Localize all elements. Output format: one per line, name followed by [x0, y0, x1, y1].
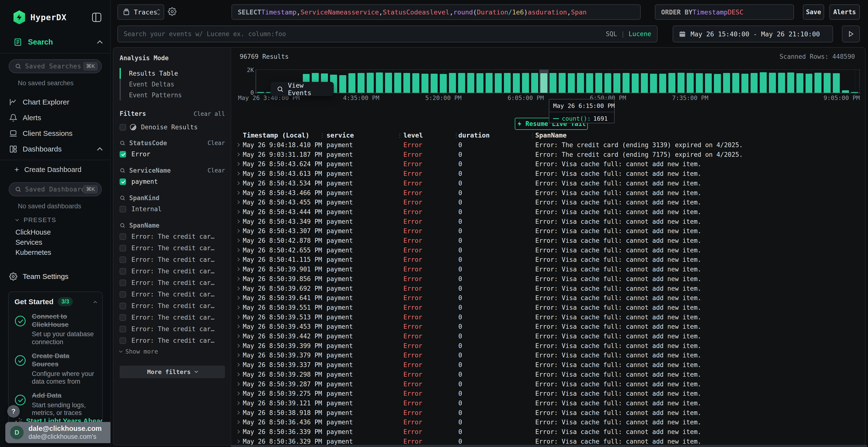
histogram-bar[interactable] [422, 74, 429, 93]
row-expand-icon[interactable] [236, 286, 240, 290]
lucene-search-input[interactable]: Search your events w/ Lucene ex. column:… [117, 26, 657, 42]
clear-filter-link[interactable]: Clear [208, 140, 225, 146]
filter-option[interactable]: Error: The credit card … [120, 290, 225, 299]
table-row[interactable]: May 26 8:50:39.298 PMpaymentError0Error:… [231, 370, 865, 379]
histogram-bar[interactable] [531, 73, 538, 93]
source-select[interactable]: Traces [117, 4, 164, 20]
sidebar-item-dashboards[interactable]: Dashboards [0, 141, 111, 157]
row-expand-icon[interactable] [236, 296, 240, 300]
histogram-bar[interactable] [458, 73, 465, 93]
checkbox-checked-icon[interactable] [120, 151, 126, 158]
filter-option[interactable]: Error: The credit card … [120, 313, 225, 321]
filter-option[interactable]: Error: The credit card … [120, 279, 225, 287]
table-row[interactable]: May 26 8:50:39.692 PMpaymentError0Error:… [231, 284, 865, 294]
row-expand-icon[interactable] [236, 239, 240, 243]
filter-option[interactable]: payment [120, 177, 225, 186]
help-button[interactable]: ? [7, 405, 20, 418]
saved-dashboards-input[interactable]: Saved Dashboards ⌘K [9, 182, 102, 196]
sidebar-item-alerts[interactable]: Alerts [0, 110, 111, 126]
histogram-bar[interactable] [412, 73, 419, 93]
table-row[interactable]: May 26 8:50:43.466 PMpaymentError0Error:… [231, 188, 865, 198]
histogram-bar[interactable] [431, 74, 438, 93]
row-expand-icon[interactable] [236, 353, 240, 357]
row-expand-icon[interactable] [236, 162, 240, 166]
table-row[interactable]: May 26 8:50:43.624 PMpaymentError0Error:… [231, 159, 865, 169]
histogram-bar[interactable] [732, 73, 739, 93]
histogram-bar[interactable] [641, 73, 648, 93]
row-expand-icon[interactable] [236, 439, 240, 443]
table-row[interactable]: May 26 8:50:39.287 PMpaymentError0Error:… [231, 379, 865, 389]
row-expand-icon[interactable] [236, 306, 240, 309]
histogram-bar[interactable] [348, 73, 355, 93]
column-header-service[interactable]: service [327, 131, 354, 140]
checkbox-icon[interactable] [120, 326, 126, 332]
date-range-picker[interactable]: May 26 15:40:00 - May 26 21:10:00 [673, 26, 833, 42]
histogram-bar[interactable] [814, 73, 822, 93]
row-expand-icon[interactable] [236, 200, 240, 204]
table-row[interactable]: May 26 8:50:39.399 PMpaymentError0Error:… [231, 341, 865, 351]
histogram-bar[interactable] [367, 73, 374, 93]
table-row[interactable]: May 26 8:50:39.275 PMpaymentError0Error:… [231, 389, 865, 398]
row-expand-icon[interactable] [236, 334, 240, 338]
row-expand-icon[interactable] [236, 315, 240, 319]
row-expand-icon[interactable] [236, 430, 240, 434]
more-filters-button[interactable]: More filters [120, 366, 225, 378]
row-expand-icon[interactable] [236, 277, 240, 281]
row-expand-icon[interactable] [236, 401, 240, 405]
table-row[interactable]: May 26 8:50:39.856 PMpaymentError0Error:… [231, 274, 865, 284]
row-expand-icon[interactable] [236, 172, 240, 176]
checkbox-icon[interactable] [120, 280, 126, 286]
chevron-up-icon[interactable] [97, 40, 103, 46]
histogram-bar[interactable] [714, 74, 721, 93]
column-header-timestamp-local-[interactable]: Timestamp (Local) [243, 131, 309, 140]
clear-filter-link[interactable]: Clear [208, 167, 225, 174]
column-header-duration[interactable]: duration [458, 131, 490, 140]
row-expand-icon[interactable] [236, 181, 240, 185]
histogram-bar[interactable] [522, 73, 529, 93]
histogram-bar[interactable] [787, 72, 794, 93]
checkbox-icon[interactable] [120, 303, 126, 309]
histogram-bar[interactable] [568, 73, 575, 93]
clear-all-link[interactable]: Clear all [194, 110, 225, 117]
horizontal-scrollbar[interactable] [231, 445, 867, 447]
table-row[interactable]: May 26 8:50:39.442 PMpaymentError0Error:… [231, 332, 865, 341]
histogram-bar[interactable] [650, 74, 657, 93]
row-expand-icon[interactable] [236, 373, 240, 376]
filter-option[interactable]: Error: The credit card … [120, 325, 225, 333]
histogram-bar[interactable] [449, 73, 456, 93]
histogram-bar[interactable] [806, 74, 812, 93]
histogram-bar[interactable] [760, 72, 767, 93]
preset-item-kubernetes[interactable]: Kubernetes [0, 247, 111, 257]
get-started-item[interactable]: Add DataStart sending logs, metrics, or … [14, 391, 96, 417]
table-row[interactable]: May 26 8:50:39.337 PMpaymentError0Error:… [231, 360, 865, 370]
preset-item-services[interactable]: Services [0, 237, 111, 247]
histogram-bar[interactable] [778, 73, 785, 93]
histogram-bar[interactable] [476, 73, 484, 93]
histogram-bar[interactable] [550, 73, 557, 93]
table-row[interactable]: May 26 8:50:39.641 PMpaymentError0Error:… [231, 293, 865, 303]
histogram-bar[interactable] [604, 73, 612, 93]
user-account-chip[interactable]: D dale@clickhouse.com dale@clickhouse.co… [5, 422, 111, 443]
histogram-bar[interactable] [540, 73, 547, 93]
mode-toggle-lucene[interactable]: Lucene [628, 30, 651, 38]
histogram-bar[interactable] [741, 74, 748, 93]
histogram-bar[interactable] [659, 74, 666, 93]
row-expand-icon[interactable] [236, 267, 240, 271]
histogram-bar[interactable] [339, 75, 346, 93]
tab-results-table[interactable]: Results Table [120, 68, 225, 79]
denoise-results-checkbox[interactable]: Denoise Results [120, 124, 225, 131]
column-resize-handle[interactable]: ⋮ [397, 132, 403, 139]
histogram-bar[interactable] [696, 73, 703, 93]
table-row[interactable]: May 26 8:50:36.339 PMpaymentError0Error:… [231, 427, 865, 437]
row-expand-icon[interactable] [236, 210, 240, 214]
create-dashboard-button[interactable]: + Create Dashboard [0, 163, 111, 176]
histogram-bar[interactable] [486, 73, 493, 93]
row-expand-icon[interactable] [236, 229, 240, 233]
row-expand-icon[interactable] [236, 258, 240, 262]
histogram-bar[interactable] [513, 73, 520, 93]
filter-option[interactable]: Error: The credit card … [120, 302, 225, 310]
chevron-up-icon[interactable] [94, 301, 97, 304]
table-row[interactable]: May 26 8:50:43.455 PMpaymentError0Error:… [231, 198, 865, 207]
run-query-button[interactable] [842, 26, 860, 42]
histogram-bar[interactable] [376, 72, 383, 93]
